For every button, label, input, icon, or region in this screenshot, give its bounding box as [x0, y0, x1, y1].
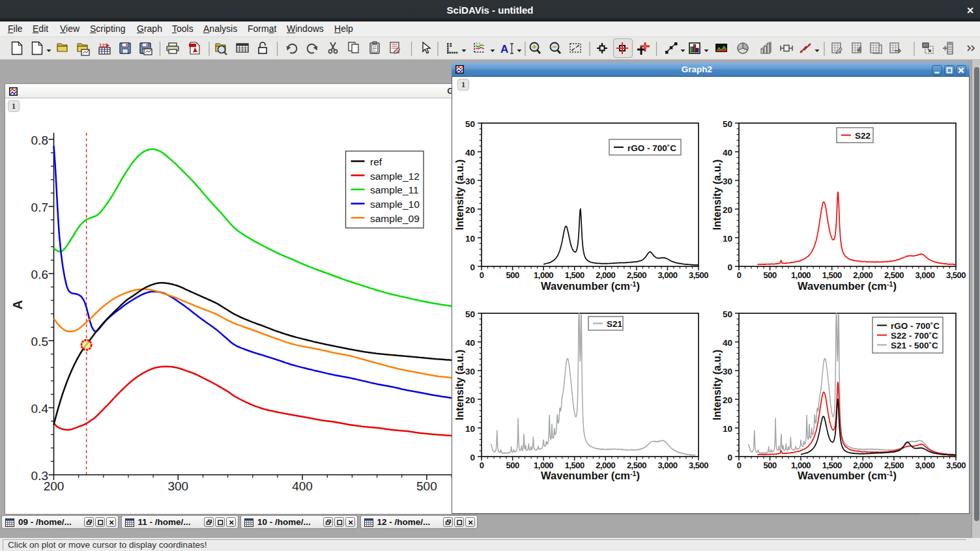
svg-text:sample_10: sample_10 [370, 199, 420, 210]
svg-text:Intensity (a.u.): Intensity (a.u.) [712, 160, 723, 230]
svg-text:Intensity (a.u.): Intensity (a.u.) [712, 350, 723, 420]
svg-text:Wavenumber (cm-1): Wavenumber (cm-1) [798, 280, 897, 292]
svg-text:50: 50 [465, 309, 475, 319]
svg-text:2,500: 2,500 [627, 270, 646, 280]
svg-text:2,000: 2,000 [853, 460, 872, 470]
svg-text:400: 400 [292, 479, 313, 493]
svg-text:0.4: 0.4 [31, 402, 49, 416]
svg-text:50: 50 [723, 119, 732, 129]
svg-text:40: 40 [723, 148, 732, 158]
svg-text:20: 20 [723, 395, 732, 405]
svg-text:1,500: 1,500 [565, 460, 584, 470]
svg-text:2,000: 2,000 [853, 270, 872, 280]
svg-text:1,500: 1,500 [822, 460, 842, 470]
svg-text:0: 0 [470, 262, 475, 272]
svg-text:30: 30 [723, 367, 732, 376]
svg-text:0: 0 [480, 270, 484, 280]
svg-text:1,000: 1,000 [534, 270, 553, 280]
svg-text:2,500: 2,500 [627, 460, 646, 470]
svg-text:500: 500 [506, 460, 519, 470]
svg-text:40: 40 [723, 338, 732, 348]
svg-text:0: 0 [727, 262, 732, 272]
svg-text:Wavenumber (cm-1): Wavenumber (cm-1) [541, 280, 640, 292]
svg-text:rGO - 700˚C: rGO - 700˚C [627, 143, 676, 153]
svg-text:0: 0 [727, 453, 732, 462]
svg-text:0: 0 [737, 460, 742, 470]
svg-text:2,000: 2,000 [596, 460, 615, 470]
svg-text:sample_09: sample_09 [370, 213, 420, 224]
svg-text:rGO - 700˚C: rGO - 700˚C [891, 321, 940, 331]
svg-text:2,500: 2,500 [884, 270, 904, 280]
svg-text:3,500: 3,500 [689, 270, 708, 280]
svg-text:3,500: 3,500 [689, 460, 708, 470]
svg-text:50: 50 [465, 119, 475, 129]
svg-text:10: 10 [465, 424, 475, 434]
svg-text:ref: ref [370, 156, 382, 167]
svg-text:0.8: 0.8 [31, 134, 48, 147]
svg-text:Intensity (a.u.): Intensity (a.u.) [454, 350, 465, 420]
svg-text:500: 500 [763, 460, 776, 470]
svg-text:3,000: 3,000 [915, 270, 934, 280]
svg-text:40: 40 [465, 338, 475, 348]
svg-text:1,500: 1,500 [565, 270, 584, 280]
svg-text:20: 20 [465, 395, 475, 405]
svg-text:sample_11: sample_11 [370, 184, 419, 195]
svg-text:1,000: 1,000 [534, 460, 553, 470]
svg-text:500: 500 [763, 270, 776, 280]
svg-text:0.7: 0.7 [31, 201, 48, 214]
svg-text:0: 0 [737, 270, 742, 280]
svg-text:3,000: 3,000 [915, 460, 934, 470]
svg-text:20: 20 [465, 205, 475, 215]
svg-text:500: 500 [506, 270, 519, 280]
svg-text:10: 10 [465, 234, 475, 244]
svg-text:A: A [500, 43, 508, 55]
svg-text:30: 30 [465, 177, 475, 186]
svg-text:3,500: 3,500 [946, 460, 966, 470]
svg-text:500: 500 [416, 479, 437, 493]
svg-text:1,500: 1,500 [822, 270, 842, 280]
svg-text:S22: S22 [855, 131, 871, 141]
svg-text:sample_12: sample_12 [370, 171, 420, 182]
svg-text:20: 20 [723, 205, 732, 215]
svg-text:40: 40 [465, 148, 475, 158]
svg-text:1,000: 1,000 [791, 270, 811, 280]
svg-text:30: 30 [465, 367, 475, 376]
svg-text:S22 - 700˚C: S22 - 700˚C [891, 331, 938, 341]
svg-text:A: A [10, 300, 25, 309]
svg-text:10: 10 [723, 234, 732, 244]
svg-text:30: 30 [723, 177, 732, 186]
svg-text:1,000: 1,000 [791, 460, 811, 470]
svg-text:300: 300 [167, 479, 188, 493]
svg-text:3,000: 3,000 [657, 270, 677, 280]
svg-text:50: 50 [723, 309, 732, 319]
svg-text:3,500: 3,500 [946, 270, 966, 280]
svg-text:0.5: 0.5 [31, 335, 48, 348]
svg-text:10: 10 [723, 424, 732, 434]
svg-text:Intensity (a.u.): Intensity (a.u.) [454, 160, 465, 230]
svg-text:0: 0 [480, 460, 484, 470]
svg-text:2,500: 2,500 [884, 460, 904, 470]
svg-text:S21 - 500˚C: S21 - 500˚C [891, 341, 938, 350]
svg-text:2,000: 2,000 [596, 270, 615, 280]
svg-text:Wavenumber (cm-1): Wavenumber (cm-1) [541, 470, 640, 481]
svg-text:0.6: 0.6 [31, 268, 48, 281]
svg-text:0: 0 [470, 453, 475, 462]
svg-text:3,000: 3,000 [657, 460, 677, 470]
svg-text:S21: S21 [607, 319, 623, 329]
svg-text:200: 200 [44, 479, 65, 493]
svg-text:Wavenumber (cm-1): Wavenumber (cm-1) [798, 470, 897, 481]
